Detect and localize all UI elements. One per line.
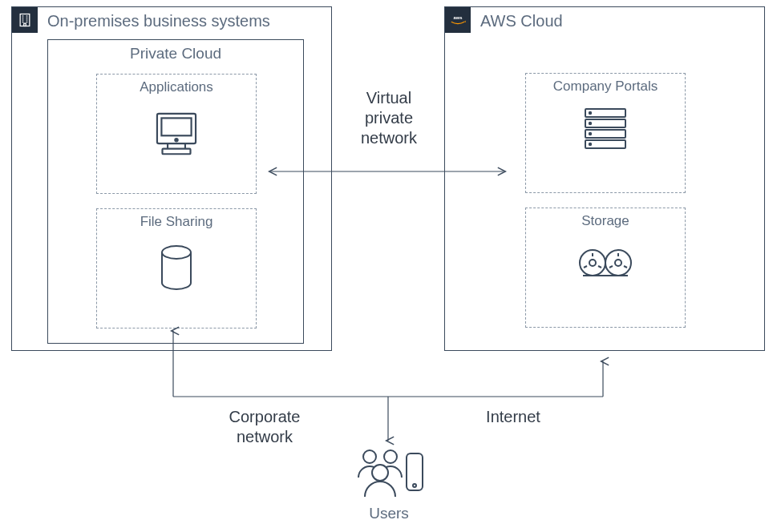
aws-cloud-title: AWS Cloud xyxy=(480,12,563,30)
svg-point-24 xyxy=(589,112,591,114)
private-cloud-region: Private Cloud Applications Fi xyxy=(47,39,304,344)
users-label: Users xyxy=(345,505,433,522)
vpn-label: Virtual private network xyxy=(337,88,441,148)
applications-box: Applications xyxy=(96,74,257,194)
svg-line-32 xyxy=(598,266,601,268)
tape-reels-icon xyxy=(573,245,637,282)
company-portals-label: Company Portals xyxy=(526,79,685,95)
svg-rect-11 xyxy=(161,118,191,135)
internet-label: Internet xyxy=(465,407,561,427)
users-group: Users xyxy=(345,445,433,522)
file-sharing-label: File Sharing xyxy=(97,214,256,230)
storage-box: Storage xyxy=(525,208,686,328)
file-sharing-box: File Sharing xyxy=(96,208,257,328)
computer-icon xyxy=(148,105,204,161)
onprem-title: On-premises business systems xyxy=(47,12,270,30)
corporate-label: Corporate network xyxy=(208,407,321,447)
cylinder-icon xyxy=(154,243,199,294)
svg-rect-15 xyxy=(163,149,191,155)
aws-logo-icon: aws xyxy=(445,7,471,33)
svg-point-45 xyxy=(384,450,397,463)
svg-point-12 xyxy=(175,139,177,141)
applications-label: Applications xyxy=(97,79,256,95)
svg-rect-47 xyxy=(407,453,423,490)
svg-point-46 xyxy=(372,465,388,481)
svg-line-37 xyxy=(624,266,627,268)
svg-point-25 xyxy=(589,123,591,124)
company-portals-box: Company Portals xyxy=(525,73,686,193)
users-icon xyxy=(349,445,429,500)
svg-point-27 xyxy=(589,143,591,145)
svg-point-48 xyxy=(413,484,416,487)
building-icon xyxy=(12,7,38,33)
svg-point-29 xyxy=(589,260,596,266)
svg-rect-0 xyxy=(20,14,30,26)
svg-rect-9 xyxy=(24,23,26,26)
private-cloud-title: Private Cloud xyxy=(48,45,303,62)
storage-label: Storage xyxy=(526,213,685,229)
svg-line-31 xyxy=(584,266,587,268)
svg-line-36 xyxy=(609,266,613,268)
server-rack-icon xyxy=(577,104,633,152)
svg-point-26 xyxy=(589,133,591,135)
svg-point-44 xyxy=(363,450,376,463)
svg-text:aws: aws xyxy=(453,15,462,20)
vpn-connector xyxy=(267,163,508,179)
architecture-diagram: On-premises business systems Private Clo… xyxy=(0,0,781,532)
svg-point-34 xyxy=(615,260,621,266)
svg-point-16 xyxy=(162,246,191,259)
